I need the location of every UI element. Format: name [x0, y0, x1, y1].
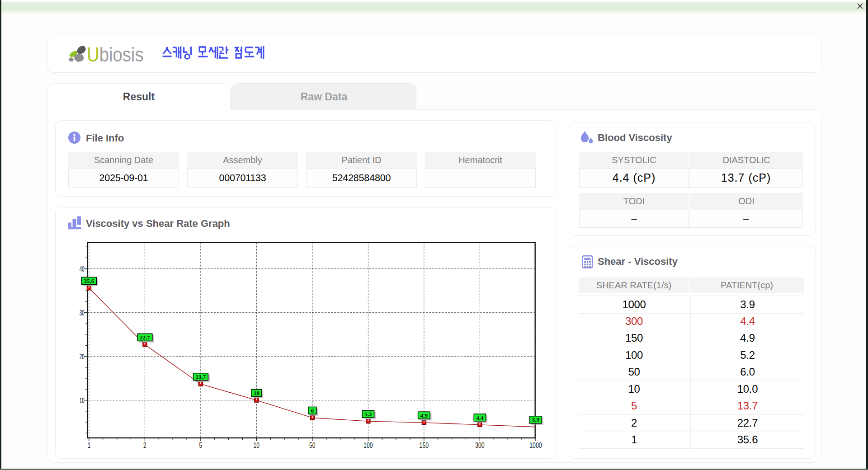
svg-text:40: 40: [80, 265, 85, 273]
svg-text:10: 10: [254, 441, 260, 449]
svg-text:5: 5: [199, 441, 203, 449]
svg-text:4.4: 4.4: [476, 414, 484, 421]
svg-text:4.9: 4.9: [420, 412, 428, 419]
svg-text:6: 6: [311, 407, 314, 414]
svg-text:3.9: 3.9: [532, 416, 540, 423]
svg-text:10: 10: [254, 390, 259, 396]
svg-text:35.6: 35.6: [84, 277, 94, 284]
svg-text:22.7: 22.7: [140, 334, 150, 341]
svg-text:1: 1: [88, 441, 91, 449]
svg-text:20: 20: [80, 352, 85, 361]
svg-text:5.2: 5.2: [364, 411, 372, 418]
svg-text:1000: 1000: [529, 441, 542, 449]
svg-text:10: 10: [80, 396, 85, 405]
svg-text:50: 50: [309, 441, 316, 449]
svg-text:100: 100: [363, 441, 373, 449]
svg-text:2: 2: [143, 441, 146, 449]
svg-text:300: 300: [475, 441, 485, 449]
svg-text:13.7: 13.7: [196, 373, 206, 380]
svg-text:150: 150: [420, 441, 429, 449]
svg-text:30: 30: [80, 309, 85, 317]
